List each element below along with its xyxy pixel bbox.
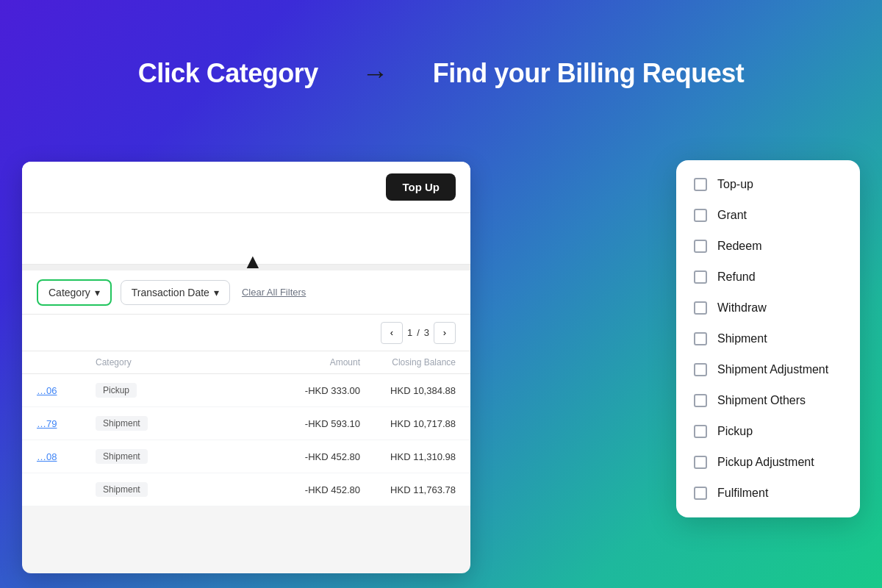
category-filter-label: Category [49, 287, 90, 298]
dropdown-item-top-up[interactable]: Top-up [676, 169, 860, 200]
col-header-balance: Closing Balance [360, 357, 456, 368]
dropdown-item-label: Shipment [717, 332, 767, 345]
row-balance: HKD 10,384.88 [360, 385, 456, 396]
cursor-icon: ▲ [243, 250, 263, 273]
row-amount: -HKD 593.10 [272, 418, 360, 429]
dropdown-item-label: Shipment Others [717, 394, 806, 407]
category-dropdown: Top-upGrantRedeemRefundWithdrawShipmentS… [676, 160, 860, 517]
row-amount: -HKD 452.80 [272, 451, 360, 462]
table-header: Category Amount Closing Balance [22, 351, 470, 374]
next-page-button[interactable]: › [434, 322, 456, 344]
table-row: …08 Shipment -HKD 452.80 HKD 11,310.98 [22, 440, 470, 473]
dropdown-item-fulfilment[interactable]: Fulfilment [676, 478, 860, 509]
dropdown-item-label: Shipment Adjustment [717, 363, 828, 376]
dropdown-item-shipment-others[interactable]: Shipment Others [676, 385, 860, 416]
dropdown-item-label: Pickup Adjustment [717, 456, 814, 469]
table-row: …79 Shipment -HKD 593.10 HKD 10,717.88 [22, 407, 470, 440]
page-separator: / [417, 327, 420, 338]
dropdown-item-grant[interactable]: Grant [676, 200, 860, 231]
pagination-area: ‹ 1 / 3 › [22, 315, 470, 351]
checkbox-top-up[interactable] [694, 178, 707, 191]
row-category: Shipment [96, 449, 272, 464]
top-up-button[interactable]: Top Up [386, 173, 456, 201]
dropdown-item-label: Top-up [717, 178, 753, 191]
step1-label: Click Category [138, 58, 318, 89]
row-amount: -HKD 333.00 [272, 385, 360, 396]
current-page: 1 [407, 327, 412, 338]
total-pages: 3 [424, 327, 429, 338]
dropdown-item-label: Grant [717, 209, 747, 222]
table-row: …06 Pickup -HKD 333.00 HKD 10,384.88 [22, 374, 470, 407]
prev-page-button[interactable]: ‹ [381, 322, 403, 344]
checkbox-withdraw[interactable] [694, 301, 707, 315]
checkbox-redeem[interactable] [694, 240, 707, 253]
dropdown-item-label: Redeem [717, 240, 761, 253]
header-section: Click Category → Find your Billing Reque… [0, 0, 882, 147]
date-chevron-icon: ▾ [214, 287, 219, 298]
checkbox-shipment-others[interactable] [694, 394, 707, 407]
checkbox-shipment[interactable] [694, 332, 707, 345]
dropdown-item-shipment[interactable]: Shipment [676, 323, 860, 354]
category-chevron-icon: ▾ [95, 287, 100, 298]
row-balance: HKD 11,763.78 [360, 484, 456, 495]
dropdown-item-redeem[interactable]: Redeem [676, 231, 860, 262]
dropdown-item-withdraw[interactable]: Withdraw [676, 293, 860, 323]
step2-label: Find your Billing Request [433, 58, 745, 89]
dropdown-item-label: Pickup [717, 425, 753, 438]
col-header-id [37, 357, 96, 368]
clear-all-filters-link[interactable]: Clear All Filters [242, 287, 306, 298]
category-filter-button[interactable]: Category ▾ [37, 279, 112, 306]
dropdown-item-refund[interactable]: Refund [676, 262, 860, 293]
date-filter-button[interactable]: Transaction Date ▾ [121, 280, 230, 305]
dropdown-item-pickup[interactable]: Pickup [676, 416, 860, 447]
checkbox-fulfilment[interactable] [694, 487, 707, 500]
app-panel: Top Up Category ▾ Transaction Date ▾ Cle… [22, 162, 470, 573]
row-category: Pickup [96, 383, 272, 398]
row-id[interactable]: …08 [37, 451, 96, 462]
row-category: Shipment [96, 416, 272, 431]
checkbox-shipment-adjustment[interactable] [694, 363, 707, 376]
row-balance: HKD 11,310.98 [360, 451, 456, 462]
row-balance: HKD 10,717.88 [360, 418, 456, 429]
col-header-category: Category [96, 357, 272, 368]
checkbox-pickup[interactable] [694, 425, 707, 438]
checkbox-pickup-adjustment[interactable] [694, 456, 707, 469]
dropdown-item-label: Fulfilment [717, 487, 768, 500]
dropdown-item-label: Withdraw [717, 301, 767, 315]
dropdown-item-pickup-adjustment[interactable]: Pickup Adjustment [676, 447, 860, 478]
col-header-amount: Amount [272, 357, 360, 368]
row-amount: -HKD 452.80 [272, 484, 360, 495]
dropdown-item-shipment-adjustment[interactable]: Shipment Adjustment [676, 354, 860, 385]
app-top-bar: Top Up [22, 162, 470, 213]
arrow-icon: → [362, 58, 389, 89]
date-filter-label: Transaction Date [132, 287, 209, 298]
filters-row: Category ▾ Transaction Date ▾ Clear All … [22, 270, 470, 315]
row-id[interactable]: …79 [37, 418, 96, 429]
dropdown-item-label: Refund [717, 270, 756, 284]
checkbox-refund[interactable] [694, 270, 707, 284]
row-category: Shipment [96, 482, 272, 497]
checkbox-grant[interactable] [694, 209, 707, 222]
row-id[interactable]: …06 [37, 385, 96, 396]
table-row: Shipment -HKD 452.80 HKD 11,763.78 [22, 473, 470, 506]
